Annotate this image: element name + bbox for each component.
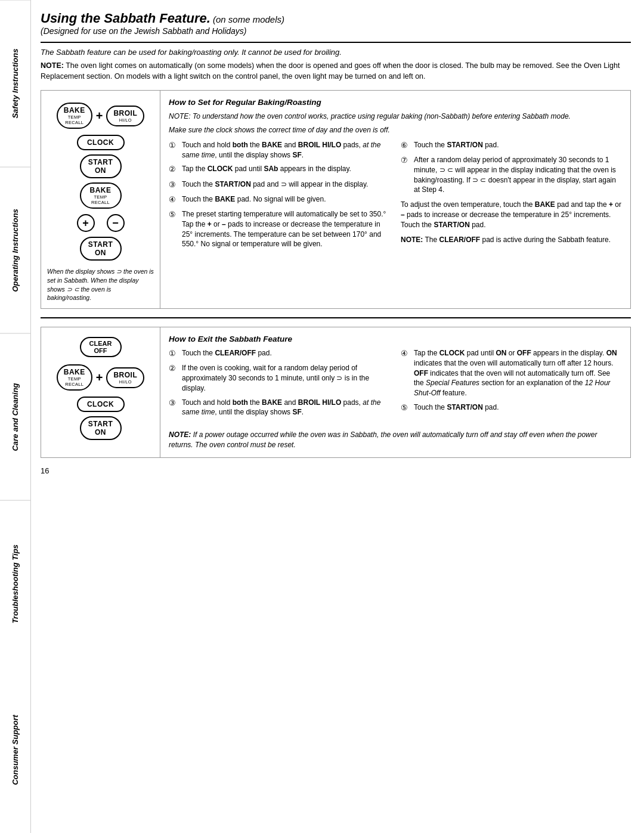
step-text-1: Touch and hold both the BAKE and BROIL H… — [182, 140, 390, 160]
step-3: ③ Touch the START/ON pad and ⊃ will appe… — [169, 179, 390, 190]
clock-label2: CLOCK — [87, 400, 114, 408]
exit-step-text-2: If the oven is cooking, wait for a rando… — [182, 363, 390, 393]
clock-label: CLOCK — [87, 138, 114, 147]
bake-recall-sub: TEMPRECALL — [91, 194, 110, 205]
exit-step-text-3: Touch and hold both the BAKE and BROIL H… — [182, 398, 390, 418]
top-divider — [41, 42, 631, 43]
step-text-6: Touch the START/ON pad. — [414, 140, 622, 151]
on2-label: ON — [95, 249, 106, 257]
bake-button2[interactable]: BAKE TEMPRECALL — [57, 364, 92, 391]
steps-col-right: ⑥ Touch the START/ON pad. ⑦ After a rand… — [401, 140, 622, 253]
start-on-button2[interactable]: START ON — [80, 237, 122, 261]
bake-label2: BAKE — [64, 368, 85, 376]
plus-connector: + — [96, 109, 103, 123]
broil-sub-label: HI/LO — [119, 117, 132, 123]
exit-step-num-3: ③ — [169, 398, 178, 418]
clock-button2[interactable]: CLOCK — [77, 397, 125, 412]
section1-caption: When the display shows ⊃ the oven is set… — [47, 267, 154, 302]
main-content: Using the Sabbath Feature. (on some mode… — [31, 0, 644, 833]
sidebar: Safety Instructions Operating Instructio… — [0, 0, 31, 833]
page-title: Using the Sabbath Feature. (on some mode… — [41, 11, 631, 26]
page-number: 16 — [41, 466, 631, 475]
step-text-4: Touch the BAKE pad. No signal will be gi… — [182, 194, 390, 205]
step-num-3: ③ — [169, 179, 178, 190]
section1-note-intro: NOTE: To understand how the oven control… — [169, 112, 622, 122]
section2-container: CLEAR OFF BAKE TEMPRECALL + BROIL HI/LO … — [41, 327, 631, 458]
exit-step-1: ① Touch the CLEAR/OFF pad. — [169, 348, 390, 359]
steps-col2-right: ④ Tap the CLOCK pad until ON or OFF appe… — [401, 348, 622, 422]
on3-label: ON — [95, 428, 106, 436]
sidebar-care: Care and Cleaning — [0, 333, 30, 500]
note-body: The oven light comes on automatically (o… — [41, 61, 620, 80]
exit-step-4: ④ Tap the CLOCK pad until ON or OFF appe… — [401, 348, 622, 398]
broil-label: BROIL — [113, 109, 137, 117]
exit-step-num-4: ④ — [401, 348, 410, 398]
exit-step-num-1: ① — [169, 348, 178, 359]
plus-connector2: + — [96, 371, 103, 385]
section1-note-intro2: Make sure the clock shows the correct ti… — [169, 125, 622, 135]
note-label: NOTE: — [41, 61, 64, 70]
exit-step-text-5: Touch the START/ON pad. — [414, 402, 622, 413]
exit-step-3: ③ Touch and hold both the BAKE and BROIL… — [169, 398, 390, 418]
step-num-1: ① — [169, 140, 178, 160]
step-7: ⑦ After a random delay period of approxi… — [401, 155, 622, 195]
exit-step-text-4: Tap the CLOCK pad until ON or OFF appear… — [414, 348, 622, 398]
bake-recall-button[interactable]: BAKE TEMPRECALL — [80, 182, 122, 209]
step-num-7: ⑦ — [401, 155, 410, 195]
section1-oven-panel: BAKE TEMPRECALL + BROIL HI/LO CLOCK STAR… — [41, 91, 160, 308]
bake-sub-label: TEMPRECALL — [65, 114, 83, 125]
section1-content: How to Set for Regular Baking/Roasting N… — [160, 91, 630, 308]
steps-grid2: ① Touch the CLEAR/OFF pad. ② If the oven… — [169, 348, 622, 422]
start-on-button[interactable]: START ON — [80, 154, 122, 178]
section1-heading: How to Set for Regular Baking/Roasting — [169, 98, 622, 107]
minus-button[interactable]: − — [107, 214, 125, 232]
sidebar-operating: Operating Instructions — [0, 167, 30, 334]
step-text-3: Touch the START/ON pad and ⊃ will appear… — [182, 179, 390, 190]
exit-step-num-2: ② — [169, 363, 178, 393]
bake-temp-recall-button[interactable]: BAKE TEMPRECALL — [57, 103, 92, 129]
step-num-6: ⑥ — [401, 140, 410, 151]
exit-step-text-1: Touch the CLEAR/OFF pad. — [182, 348, 390, 359]
page-subtitle: (Designed for use on the Jewish Sabbath … — [41, 26, 631, 36]
start-on-button3[interactable]: START ON — [80, 416, 122, 440]
section2-oven-panel: CLEAR OFF BAKE TEMPRECALL + BROIL HI/LO … — [41, 327, 160, 457]
sidebar-safety: Safety Instructions — [0, 0, 30, 167]
steps-col-left: ① Touch and hold both the BAKE and BROIL… — [169, 140, 390, 253]
sidebar-troubleshooting: Troubleshooting Tips — [0, 500, 30, 667]
title-suffix: (on some models) — [210, 14, 284, 24]
step-1: ① Touch and hold both the BAKE and BROIL… — [169, 140, 390, 160]
step-2: ② Tap the CLOCK pad until SAb appears in… — [169, 164, 390, 175]
section2-note-bottom: NOTE: If a power outage occurred while t… — [169, 430, 622, 450]
broil-button2[interactable]: BROIL HI/LO — [106, 367, 144, 388]
start-label: START — [88, 158, 113, 166]
step-5: ⑤ The preset starting temperature will a… — [169, 209, 390, 249]
section-divider — [41, 317, 631, 318]
step-num-2: ② — [169, 164, 178, 175]
section1-container: BAKE TEMPRECALL + BROIL HI/LO CLOCK STAR… — [41, 90, 631, 309]
step-text-5: The preset starting temperature will aut… — [182, 209, 390, 249]
start3-label: START — [88, 420, 113, 428]
step-4: ④ Touch the BAKE pad. No signal will be … — [169, 194, 390, 205]
plus-minus-row: + − — [77, 214, 125, 232]
bake-broil-row: BAKE TEMPRECALL + BROIL HI/LO — [57, 101, 145, 131]
on-label: ON — [95, 166, 106, 175]
section2-heading: How to Exit the Sabbath Feature — [169, 335, 622, 343]
off-label: OFF — [88, 347, 113, 354]
exit-step-num-5: ⑤ — [401, 402, 410, 413]
exit-step-2: ② If the oven is cooking, wait for a ran… — [169, 363, 390, 393]
bake-sub-label2: TEMPRECALL — [65, 376, 83, 387]
clock-button[interactable]: CLOCK — [77, 135, 125, 150]
section2-content: How to Exit the Sabbath Feature ① Touch … — [160, 327, 630, 457]
clear-off-button[interactable]: CLEAR OFF — [80, 337, 122, 357]
bake-broil-row2: BAKE TEMPRECALL + BROIL HI/LO — [57, 363, 145, 392]
bake-recall-label: BAKE — [89, 186, 111, 194]
broil-button[interactable]: BROIL HI/LO — [106, 106, 144, 126]
note-text: NOTE: The oven light comes on automatica… — [41, 60, 631, 82]
sidebar-consumer: Consumer Support — [0, 667, 30, 833]
step-num-5: ⑤ — [169, 209, 178, 249]
plus-button[interactable]: + — [77, 214, 95, 232]
step-6: ⑥ Touch the START/ON pad. — [401, 140, 622, 151]
step-text-7: After a random delay period of approxima… — [414, 155, 622, 195]
start2-label: START — [88, 240, 113, 249]
steps-col2-left: ① Touch the CLEAR/OFF pad. ② If the oven… — [169, 348, 390, 422]
